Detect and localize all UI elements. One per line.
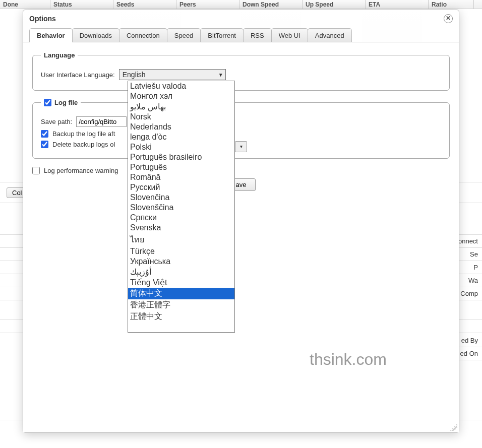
tab-advanced[interactable]: Advanced [308, 28, 352, 42]
tab-bittorrent[interactable]: BitTorrent [200, 28, 244, 42]
tab-connection[interactable]: Connection [119, 28, 167, 42]
language-option[interactable]: Српски [128, 213, 234, 223]
col-eta[interactable]: ETA [366, 0, 429, 9]
delete-backup-label: Delete backup logs ol [52, 141, 115, 148]
info-created-by: ed By [456, 334, 482, 347]
language-option[interactable]: 正體中文 [128, 311, 234, 323]
language-label: User Interface Language: [41, 71, 115, 79]
tab-behavior[interactable]: Behavior [29, 28, 73, 42]
language-option[interactable]: Tiếng Việt [128, 277, 234, 288]
col-ratio[interactable]: Ratio [429, 0, 474, 9]
dialog-title: Options [29, 15, 56, 23]
language-option[interactable]: Nederlands [128, 122, 234, 132]
col-downspeed[interactable]: Down Speed [239, 0, 303, 9]
info-added-on: ed On [456, 347, 482, 360]
language-option[interactable]: Română [128, 172, 234, 182]
language-option[interactable]: Latviešu valoda [128, 81, 234, 91]
language-selected-value: English [123, 71, 146, 79]
backup-label: Backup the log file aft [52, 130, 115, 138]
language-option[interactable]: ไทย [128, 233, 234, 246]
tab-webui[interactable]: Web UI [271, 28, 308, 42]
perf-warning-checkbox[interactable] [32, 167, 40, 174]
period-select[interactable]: ▾ [235, 141, 247, 152]
col-done[interactable]: Done [0, 0, 50, 9]
language-option[interactable]: 简体中文 [128, 288, 234, 299]
col-peers[interactable]: Peers [176, 0, 239, 9]
language-option[interactable]: Türkçe [128, 246, 234, 257]
language-option[interactable]: Norsk [128, 112, 234, 122]
delete-backup-checkbox[interactable] [41, 141, 48, 148]
language-option[interactable]: Slovenščina [128, 203, 234, 213]
backup-checkbox[interactable] [41, 130, 48, 138]
logfile-legend: Log file [54, 99, 78, 106]
language-select[interactable]: English ▼ [119, 69, 226, 80]
col-seeds[interactable]: Seeds [113, 0, 176, 9]
logfile-enable-checkbox[interactable] [44, 99, 51, 106]
perf-warning-label: Log performance warning [44, 167, 118, 174]
side-info-panel-2: ed By ed On [456, 334, 482, 360]
language-option[interactable]: Svenska [128, 223, 234, 233]
language-legend: Language [41, 51, 78, 59]
col-status[interactable]: Status [50, 0, 113, 9]
save-path-input[interactable] [76, 116, 127, 127]
resize-handle[interactable] [450, 424, 457, 431]
tab-speed[interactable]: Speed [167, 28, 201, 42]
col-upspeed[interactable]: Up Speed [303, 0, 366, 9]
close-icon[interactable]: ✕ [444, 14, 453, 23]
language-dropdown-list[interactable]: Latviešu valodaМонгол хэлبهاس ملايوNorsk… [128, 81, 235, 333]
language-option[interactable]: lenga d'òc [128, 132, 234, 142]
tab-downloads[interactable]: Downloads [72, 28, 119, 42]
language-option[interactable]: Slovenčina [128, 193, 234, 203]
tab-rss[interactable]: RSS [243, 28, 272, 42]
language-option[interactable]: Монгол хэл [128, 91, 234, 101]
language-option[interactable]: Português brasileiro [128, 152, 234, 162]
language-option[interactable]: أۇزبېك [128, 267, 234, 277]
language-option[interactable]: Polski [128, 142, 234, 152]
save-path-label: Save path: [41, 118, 72, 125]
language-fieldset: Language User Interface Language: Englis… [32, 51, 450, 91]
tab-content: Language User Interface Language: Englis… [23, 42, 459, 432]
chevron-down-icon: ▼ [218, 72, 223, 78]
language-option[interactable]: Português [128, 162, 234, 172]
language-option[interactable]: Українська [128, 257, 234, 267]
options-dialog: Options ✕ Behavior Downloads Connection … [23, 10, 459, 433]
language-option[interactable]: 香港正體字 [128, 299, 234, 311]
language-option[interactable]: بهاس ملايو [128, 101, 234, 112]
language-option[interactable]: Русский [128, 182, 234, 193]
table-header: Done Status Seeds Peers Down Speed Up Sp… [0, 0, 482, 9]
tab-bar: Behavior Downloads Connection Speed BitT… [23, 28, 459, 42]
